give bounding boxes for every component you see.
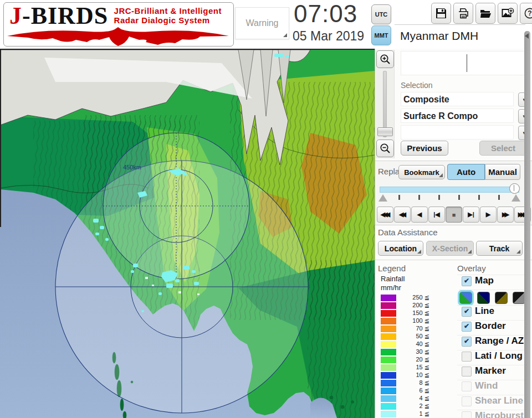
- legend-value: 15 ≦: [397, 364, 429, 371]
- zoom-out-icon: [380, 143, 391, 154]
- overlay-item-label: Border: [475, 321, 506, 332]
- zoom-out-button[interactable]: [376, 140, 394, 157]
- step-forward-button[interactable]: ▶|: [463, 207, 479, 223]
- replay-tickrow: [378, 193, 520, 203]
- overlay-item-wind[interactable]: Wind: [457, 380, 529, 391]
- help-icon: ?: [524, 7, 532, 19]
- location-button[interactable]: Location: [378, 241, 423, 256]
- open-button[interactable]: [475, 3, 495, 24]
- replay-slider-track[interactable]: [380, 187, 519, 193]
- fast-forward-2-button[interactable]: ▶▶: [497, 207, 514, 223]
- replay-section: Replay Bookmark Auto Manual ◀◀◀◀◀◀|◀■▶|▶…: [375, 161, 532, 225]
- utc-button[interactable]: UTC: [371, 4, 391, 24]
- x-section-button[interactable]: X-Section: [426, 241, 474, 256]
- range-label: 450km: [123, 164, 141, 171]
- style-color-terrain-button[interactable]: [459, 292, 472, 304]
- zoom-in-button[interactable]: [376, 50, 394, 68]
- legend-color-swatch: [381, 326, 396, 332]
- step-back-button[interactable]: |◀: [428, 207, 445, 223]
- print-icon: [457, 7, 469, 19]
- rewind-button[interactable]: ◀: [411, 207, 428, 223]
- legend-color-swatch: [381, 380, 396, 386]
- overlay-item-label: Shear Line: [475, 395, 523, 406]
- legend-value: 20 ≦: [397, 356, 429, 363]
- style-dark-blue-button[interactable]: [477, 292, 490, 304]
- style-olive-black-button[interactable]: [495, 292, 508, 304]
- bookmark-button[interactable]: Bookmark: [398, 165, 445, 179]
- range-start-marker[interactable]: [378, 194, 387, 202]
- previous-button[interactable]: Previous: [401, 141, 448, 156]
- checkbox[interactable]: [462, 352, 472, 362]
- style-gray-black-button[interactable]: [513, 292, 525, 304]
- select-button[interactable]: Select: [479, 141, 527, 156]
- data-assistance-label: Data Assistance: [378, 228, 438, 237]
- legend-row: 30 ≦: [381, 349, 442, 355]
- overlay-item-lati-long[interactable]: Lati / Long: [457, 350, 529, 362]
- radar-map[interactable]: 450km: [0, 49, 375, 418]
- legend-color-swatch: [381, 295, 396, 301]
- legend-color-swatch: [381, 310, 396, 317]
- legend-color-swatch: [381, 341, 396, 348]
- save-button[interactable]: [431, 3, 451, 24]
- checkbox: [462, 396, 472, 406]
- checkbox[interactable]: ✔: [462, 276, 472, 286]
- auto-button[interactable]: Auto: [447, 164, 485, 180]
- range-end-marker[interactable]: [511, 194, 520, 202]
- corner-fold-icon: [439, 173, 443, 177]
- clock-date: 05 Mar 2019: [293, 29, 364, 44]
- checkbox[interactable]: [462, 367, 472, 376]
- play-button[interactable]: ▶: [480, 207, 497, 223]
- dropdown-product[interactable]: Surface R Compo ▼: [401, 109, 530, 123]
- dropdown-product-value: Surface R Compo: [401, 109, 514, 123]
- legend-value: 8 ≦: [397, 379, 429, 386]
- overlay-item-range-az[interactable]: ✔Range / AZ: [457, 335, 529, 347]
- legend-color-swatch: [381, 349, 396, 355]
- checkbox[interactable]: ✔: [462, 307, 472, 317]
- replay-slider-handle[interactable]: [509, 183, 520, 194]
- stop-button[interactable]: ■: [446, 207, 462, 223]
- legend-value: 250 ≦: [397, 294, 429, 301]
- overlay-item-shear-line[interactable]: Shear Line: [457, 395, 529, 406]
- checkbox: [462, 381, 472, 391]
- legend-row: 6 ≦: [381, 388, 442, 394]
- play-icon: ▶: [486, 211, 490, 218]
- overlay-item-border[interactable]: ✔Border: [457, 320, 529, 332]
- legend-value: 70 ≦: [397, 325, 429, 332]
- overlay-item-marker[interactable]: Marker: [457, 365, 529, 376]
- overlay-label: Overlay: [457, 264, 486, 273]
- legend-value: 50 ≦: [397, 333, 429, 340]
- legend-row: 1 ≦: [381, 411, 442, 417]
- zoom-slider-handle[interactable]: [377, 127, 393, 136]
- help-button[interactable]: ?: [520, 3, 532, 24]
- print-button[interactable]: [453, 3, 473, 24]
- overlay-item-map[interactable]: ✔Map: [457, 275, 529, 286]
- dropdown-composite[interactable]: Composite ▼: [401, 92, 530, 106]
- capture-image-icon: [501, 7, 514, 19]
- fast-rewind-2-button[interactable]: ◀◀: [394, 207, 411, 223]
- save-icon: [435, 7, 447, 19]
- legend-value: 150 ≦: [397, 309, 429, 317]
- panel-collapse-handle[interactable]: [524, 31, 530, 418]
- legend-value: 1 ≦: [397, 410, 429, 417]
- legend-value: 10 ≦: [397, 371, 429, 379]
- dropdown-composite-value: Composite: [401, 92, 514, 106]
- track-button[interactable]: Track: [476, 241, 523, 256]
- legend-row: 70 ≦: [381, 326, 442, 332]
- dropdown-extra[interactable]: ▼: [401, 125, 530, 140]
- selection-input[interactable]: [401, 51, 526, 75]
- checkbox[interactable]: ✔: [462, 322, 472, 332]
- mmt-button[interactable]: MMT: [371, 25, 391, 45]
- legend-color-swatch: [381, 318, 396, 324]
- checkbox[interactable]: ✔: [462, 337, 472, 347]
- warning-button[interactable]: Warning: [235, 7, 289, 39]
- overlay-item-microburst[interactable]: Microburst: [457, 410, 529, 418]
- slider-tick: [458, 195, 460, 200]
- logo-title: J-BIRDS: [9, 2, 108, 29]
- slider-tick: [438, 195, 440, 200]
- legend-color-swatch: [381, 372, 396, 379]
- overlay-item-line[interactable]: ✔Line: [457, 305, 529, 317]
- rewind-icon: ◀: [417, 211, 422, 218]
- capture-button[interactable]: [498, 3, 518, 24]
- manual-button[interactable]: Manual: [485, 164, 520, 180]
- fast-rewind-3-button[interactable]: ◀◀◀: [377, 207, 393, 223]
